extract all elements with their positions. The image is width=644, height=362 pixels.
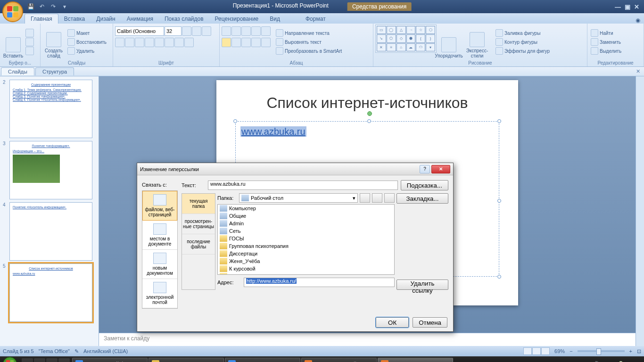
browse-tab[interactable]: просмотрен-ные страницы [182,214,215,234]
tooltip-button[interactable]: Подсказка... [401,180,448,190]
undo-icon[interactable]: ↶ [38,2,46,11]
ql-icon[interactable] [46,358,58,362]
link-type-option[interactable]: электронной почтой [142,279,177,308]
file-item[interactable]: Женя_Учёба [218,257,394,265]
delete-slide-button[interactable]: Удалить [66,47,108,55]
taskbar-item[interactable]: Исторический фак... [72,358,148,362]
up-folder-icon[interactable] [360,193,370,203]
resize-handle[interactable] [497,199,501,203]
font-family-combo[interactable]: Calibri (Основно [115,26,164,36]
hyperlink-text[interactable]: www.azbuka.ru [240,126,306,137]
zoom-slider[interactable] [578,350,625,352]
file-item[interactable]: ГОСЫ [218,235,394,242]
folder-combo[interactable]: Рабочий стол▾ [239,193,358,203]
find-button[interactable]: Найти [589,29,623,37]
text-direction-button[interactable]: Направление текста [274,29,343,37]
underline-icon[interactable] [135,38,144,47]
thumbnail[interactable]: Содержание презентацииСлайд 1. Тема рефе… [9,80,92,138]
italic-icon[interactable] [125,38,134,47]
save-icon[interactable]: 💾 [26,2,35,11]
dialog-help-icon[interactable]: ? [420,165,430,173]
thumbnail[interactable]: Понятие «Носитель информации». [9,202,92,261]
file-item[interactable]: Компьютер [218,205,394,212]
shape-fill-button[interactable]: Заливка фигуры [494,29,551,37]
ql-icon[interactable] [34,358,45,362]
dialog-titlebar[interactable]: Изменение гиперссылки ? ✕ [137,163,453,175]
remove-link-button[interactable]: Удалить ссылку [396,280,448,290]
resize-handle[interactable] [367,119,371,123]
file-item[interactable]: К курсовой [218,265,394,272]
tab-design[interactable]: Дизайн [91,14,121,24]
shape-outline-button[interactable]: Контур фигуры [494,38,551,46]
reset-button[interactable]: Восстановить [66,38,108,46]
cut-icon[interactable] [25,29,34,37]
link-type-option[interactable]: файлом, веб-страницей [142,191,177,221]
format-painter-icon[interactable] [25,47,34,55]
file-item[interactable]: Групповая психотерапия [218,242,394,250]
ok-button[interactable]: ОК [376,317,409,328]
bookmark-button[interactable]: Закладка... [396,193,448,204]
zoom-percent[interactable]: 69% [554,348,565,354]
address-input[interactable]: http://www.azbuka.ru/ [244,278,395,287]
redo-icon[interactable]: ↷ [49,2,58,11]
close-button[interactable]: ✕ [634,3,639,10]
dialog-close-icon[interactable]: ✕ [431,165,450,173]
align-right-icon[interactable] [241,38,251,47]
strike-icon[interactable] [145,38,154,47]
tab-review[interactable]: Рецензирование [209,14,264,24]
maximize-button[interactable]: ▣ [625,3,630,10]
qat-more-icon[interactable]: ▾ [60,2,69,11]
help-icon[interactable]: ◉ [632,17,644,24]
thumbnail[interactable]: Список интернет-источниковwww.azbuka.ru [9,263,92,322]
zoom-out-icon[interactable]: − [570,348,572,354]
taskbar-item[interactable]: Презентация Войн... [301,358,377,362]
taskbar-item[interactable]: Презентация1 [378,358,453,362]
change-case-icon[interactable] [174,38,184,47]
slideshow-view-icon[interactable] [541,347,550,355]
align-text-button[interactable]: Выровнять текст [274,38,343,46]
scrollbar-vertical[interactable] [636,76,644,346]
normal-view-icon[interactable] [523,347,532,355]
bullets-icon[interactable] [222,26,231,36]
pane-close-icon[interactable]: ✕ [632,68,644,74]
file-item[interactable]: Сеть [218,227,394,235]
rotate-handle[interactable] [367,111,372,116]
new-slide-button[interactable]: Создать слайд [42,25,65,59]
bold-icon[interactable] [115,38,124,47]
thumbnails-panel[interactable]: 2Содержание презентацииСлайд 1. Тема реф… [0,76,99,346]
paste-button[interactable]: Вставить [2,25,25,59]
grow-font-icon[interactable] [182,26,191,36]
file-item[interactable]: Диссертаци [218,250,394,257]
indent-left-icon[interactable] [241,26,251,36]
browse-web-icon[interactable] [372,193,382,203]
fit-window-icon[interactable]: ⊡ [637,348,641,354]
tab-format[interactable]: Формат [300,14,331,24]
convert-smartart-button[interactable]: Преобразовать в SmartArt [274,47,343,55]
numbering-icon[interactable] [231,26,241,36]
replace-button[interactable]: Заменить [589,38,623,46]
layout-button[interactable]: Макет [66,29,108,37]
sorter-view-icon[interactable] [532,347,541,355]
align-center-icon[interactable] [231,38,241,47]
shadow-icon[interactable] [155,38,164,47]
resize-handle[interactable] [233,119,237,123]
language-status[interactable]: Английский (США) [83,348,128,354]
tab-animation[interactable]: Анимация [121,14,159,24]
link-type-option[interactable]: местом в документе [142,221,177,250]
quick-styles-button[interactable]: Экспресс-стили [461,25,493,59]
link-type-option[interactable]: новым документом [142,250,177,279]
file-item[interactable]: Общие [218,212,394,220]
indent-right-icon[interactable] [251,26,261,36]
tab-home[interactable]: Главная [25,14,58,24]
tab-insert[interactable]: Вставка [58,14,91,24]
start-button[interactable] [0,356,20,362]
file-list[interactable]: КомпьютерОбщиеAdminСетьГОСЫГрупповая пси… [217,204,395,275]
font-size-combo[interactable]: 32 [165,26,182,36]
file-item[interactable]: Личность преподавателя [218,272,394,275]
clear-format-icon[interactable] [202,26,211,36]
align-left-icon[interactable] [222,38,231,47]
tab-view[interactable]: Вид [264,14,286,24]
minimize-button[interactable]: — [615,3,621,10]
office-button[interactable] [2,1,23,22]
taskbar-item[interactable]: СИКТ [149,358,224,362]
